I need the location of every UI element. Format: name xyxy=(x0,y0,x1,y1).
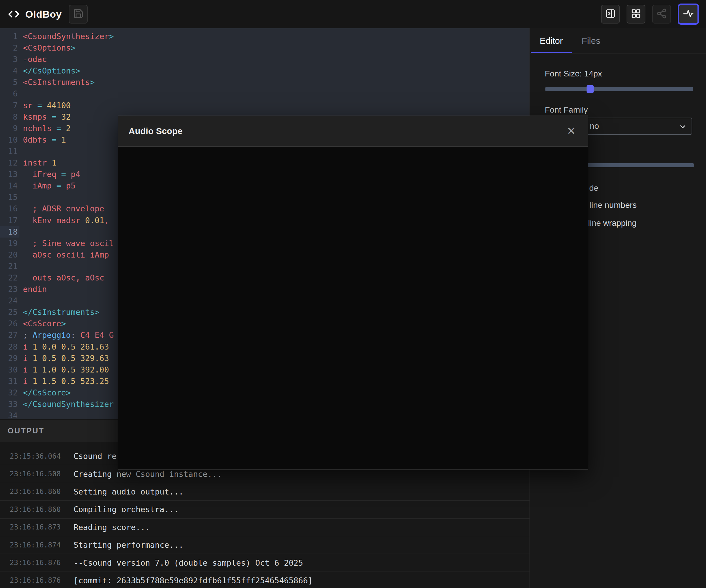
code-text: -odac xyxy=(19,53,47,65)
app-title: OldBoy xyxy=(25,8,62,20)
line-number: 5 xyxy=(0,77,19,88)
code-text xyxy=(19,88,23,99)
line-number: 21 xyxy=(0,260,19,272)
line-number: 19 xyxy=(0,238,19,249)
code-text: </CsoundSynthesizer xyxy=(19,398,114,410)
code-line[interactable]: 3-odac xyxy=(0,53,530,65)
line-number: 8 xyxy=(0,111,19,123)
output-timestamp: 23:16:16.508 xyxy=(0,470,74,478)
save-button[interactable] xyxy=(69,5,88,24)
code-text: <CsoundSynthesizer> xyxy=(19,31,114,42)
code-line[interactable]: 1<CsoundSynthesizer> xyxy=(0,31,530,42)
code-text: i 1 0.0 0.5 261.63 xyxy=(19,341,109,352)
output-row: 23:16:16.874Starting performance... xyxy=(0,536,530,554)
setting-label-fragment-mode: de xyxy=(589,183,598,193)
toolbar xyxy=(601,3,699,25)
font-family-value: no xyxy=(590,118,599,134)
output-message: Reading score... xyxy=(74,523,150,532)
output-timestamp: 23:16:16.876 xyxy=(0,576,74,585)
line-number: 25 xyxy=(0,306,19,318)
setting-label-fragment-line-wrapping: line wrapping xyxy=(588,218,637,228)
code-line[interactable]: 4</CsOptions> xyxy=(0,65,530,77)
code-text: </CsOptions> xyxy=(19,65,80,77)
line-number: 18 xyxy=(0,226,19,238)
output-message: Creating new Csound instance... xyxy=(74,469,222,478)
output-message: --Csound version 7.0 (double samples) Oc… xyxy=(74,558,303,568)
line-number: 34 xyxy=(0,410,19,419)
font-size-slider-thumb[interactable] xyxy=(587,85,594,93)
output-timestamp: 23:16:16.860 xyxy=(0,488,74,496)
font-family-label: Font Family xyxy=(545,105,588,115)
output-timestamp: 23:16:16.860 xyxy=(0,505,74,514)
code-text: <CsOptions> xyxy=(19,42,76,53)
line-number: 31 xyxy=(0,375,19,387)
code-text: <CsScore> xyxy=(19,318,66,329)
code-text: kEnv madsr 0.01, xyxy=(19,215,109,226)
code-line[interactable]: 7sr = 44100 xyxy=(0,100,530,111)
line-number: 1 xyxy=(0,31,19,42)
line-number: 30 xyxy=(0,364,19,375)
code-text xyxy=(19,192,23,203)
line-number: 20 xyxy=(0,249,19,260)
output-message: Csound re xyxy=(74,452,116,461)
output-timestamp: 23:16:16.873 xyxy=(0,523,74,531)
code-text: i 1 1.5 0.5 523.25 xyxy=(19,375,109,387)
output-timestamp: 23:15:36.064 xyxy=(0,452,74,460)
font-size-label: Font Size: 14px xyxy=(545,69,602,79)
line-number: 7 xyxy=(0,100,19,111)
layout-grid-button[interactable] xyxy=(627,5,645,24)
code-logo-icon xyxy=(7,7,21,21)
line-number: 6 xyxy=(0,88,19,99)
line-number: 12 xyxy=(0,157,19,168)
output-timestamp: 23:16:16.874 xyxy=(0,541,74,549)
code-line[interactable]: 5<CsInstruments> xyxy=(0,77,530,88)
panel-right-button[interactable] xyxy=(601,5,620,24)
line-number: 14 xyxy=(0,180,19,192)
audio-scope-modal: Audio Scope ✕ xyxy=(118,116,588,469)
modal-header: Audio Scope ✕ xyxy=(118,116,588,147)
share-button[interactable] xyxy=(652,5,671,24)
audio-scope-canvas xyxy=(118,147,588,469)
code-text xyxy=(19,410,23,419)
font-size-slider[interactable] xyxy=(545,87,693,91)
output-row: 23:16:16.876[commit: 2633b5f788e59e892fd… xyxy=(0,572,530,588)
line-number: 13 xyxy=(0,168,19,180)
line-number: 3 xyxy=(0,53,19,65)
close-icon[interactable]: ✕ xyxy=(567,126,576,136)
code-text: </CsInstruments> xyxy=(19,306,100,318)
layout-grid-icon xyxy=(631,8,641,20)
audio-scope-button[interactable] xyxy=(678,3,699,25)
tab-editor-label: Editor xyxy=(540,36,563,46)
line-number: 24 xyxy=(0,295,19,306)
brand: OldBoy xyxy=(7,7,62,21)
code-text xyxy=(19,260,23,272)
code-text xyxy=(19,145,23,157)
code-text: aOsc oscili iAmp xyxy=(19,249,109,260)
line-number: 15 xyxy=(0,192,19,203)
top-bar: OldBoy xyxy=(0,0,706,28)
code-text: iAmp = p5 xyxy=(19,180,76,192)
output-row: 23:16:16.876--Csound version 7.0 (double… xyxy=(0,554,530,572)
code-line[interactable]: 2<CsOptions> xyxy=(0,42,530,53)
code-text: i 1 0.5 0.5 329.63 xyxy=(19,352,109,364)
setting-label-fragment-line-numbers: line numbers xyxy=(590,200,637,210)
code-line[interactable]: 6 xyxy=(0,88,530,99)
code-text: ksmps = 32 xyxy=(19,111,71,123)
line-number: 2 xyxy=(0,42,19,53)
code-text: instr 1 xyxy=(19,157,56,168)
line-number: 11 xyxy=(0,145,19,157)
line-number: 17 xyxy=(0,215,19,226)
activity-icon xyxy=(683,8,694,20)
tab-files-label: Files xyxy=(582,36,600,46)
line-number: 26 xyxy=(0,318,19,329)
share-icon xyxy=(656,8,667,20)
app-window: OldBoy xyxy=(0,0,706,588)
code-text: </CsScore> xyxy=(19,387,71,398)
line-number: 10 xyxy=(0,134,19,145)
tab-files[interactable]: Files xyxy=(572,28,610,53)
code-text: ; Sine wave oscil xyxy=(19,238,114,249)
code-text: nchnls = 2 xyxy=(19,123,71,134)
tab-editor[interactable]: Editor xyxy=(531,28,572,53)
code-text: <CsInstruments> xyxy=(19,77,95,88)
line-number: 28 xyxy=(0,341,19,352)
